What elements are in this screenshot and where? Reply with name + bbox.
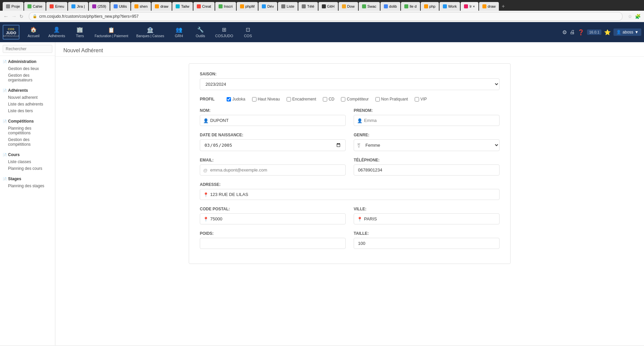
star-icon[interactable]: ⭐ (604, 29, 611, 36)
tab-creat[interactable]: Creat (193, 2, 215, 11)
sidebar-link-liste-tiers[interactable]: Liste des tiers (3, 108, 52, 114)
tab-dev[interactable]: Dév (258, 2, 277, 11)
checkbox-competiteur-input[interactable] (341, 97, 345, 101)
sidebar-link-nouvel-adherent[interactable]: Nouvel adherent (3, 94, 52, 101)
tab-tele[interactable]: Télé (298, 2, 317, 11)
sidebar-link-planning-stages[interactable]: Planning des stages (3, 183, 52, 189)
tab-inscri[interactable]: Inscri (215, 2, 236, 11)
stages-section-label: Stages (8, 177, 21, 181)
checkbox-non-pratiquant[interactable]: Non Pratiquant (375, 97, 408, 101)
checkbox-non-pratiquant-input[interactable] (375, 97, 380, 101)
bookmark-icon[interactable]: ☆ (628, 14, 632, 19)
checkbox-judoka-input[interactable] (227, 97, 231, 101)
dob-field: DATE DE NAISSANCE: (200, 133, 346, 151)
user-menu-button[interactable]: 👤 aboss ▼ (613, 28, 641, 36)
nav-grh[interactable]: 👥 GRH (169, 24, 189, 40)
poids-input[interactable] (200, 238, 346, 249)
nav-cosjudo[interactable]: ⊞ COSJUDO (212, 24, 237, 40)
nav-cos[interactable]: ⊡ COS (238, 24, 258, 40)
sidebar-link-planning-competitions[interactable]: Planning des compétitions (3, 125, 52, 136)
checkbox-encadrement[interactable]: Encadrement (287, 97, 316, 101)
cp-ville-row: CODE POSTAL: 📍 VILLE: 📍 (200, 207, 500, 224)
checkbox-haut-niveau-input[interactable] (252, 97, 256, 101)
extension-icon[interactable]: 🧩 (635, 14, 641, 19)
tab-github[interactable]: GitH (318, 2, 338, 11)
tab-cahie[interactable]: Cahie (24, 2, 46, 11)
tab-jira[interactable]: Jira | (68, 2, 88, 11)
tab-draw1[interactable]: draw (152, 2, 172, 11)
tab-phpm[interactable]: phpM (237, 2, 258, 11)
tab-liste[interactable]: Liste (278, 2, 298, 11)
sidebar-link-gestion-competitions[interactable]: Gestion des compétitions (3, 136, 52, 148)
tab-ile[interactable]: Ile d (401, 2, 420, 11)
saison-label: SAISON: (200, 72, 500, 76)
settings-icon[interactable]: ⚙ (562, 29, 567, 36)
nav-adherents[interactable]: 👤 Adhérents (45, 24, 68, 40)
nom-input[interactable] (200, 115, 346, 126)
nav-banques[interactable]: 🏦 Banques | Caisses (133, 25, 168, 40)
genre-select[interactable]: Femme Homme Autre (354, 139, 500, 151)
adresse-field: ADRESSE: 📍 (200, 182, 500, 200)
tab-php[interactable]: php (421, 2, 439, 11)
nom-label: NOM: (200, 108, 346, 113)
nav-outils[interactable]: 🔧 Outils (190, 24, 211, 40)
email-input[interactable] (200, 164, 346, 176)
ville-input[interactable] (354, 213, 500, 224)
prenom-label: PRENOM: (354, 108, 500, 113)
code-postal-input[interactable] (200, 213, 346, 224)
checkbox-competiteur[interactable]: Compétiteur (341, 97, 368, 101)
tab-swac[interactable]: Swac (359, 2, 380, 11)
checkbox-judoka[interactable]: Judoka (227, 97, 245, 101)
checkbox-encadrement-input[interactable] (287, 97, 291, 101)
print-icon[interactable]: 🖨 (570, 29, 575, 35)
sidebar-link-liste-classes[interactable]: Liste classes (3, 158, 52, 165)
adresse-input[interactable] (200, 189, 500, 200)
sidebar-section-stages: 📄 Stages Planning des stages (0, 173, 55, 191)
url-bar[interactable]: 🔒 crm.cosjudo.fr/custom/cos/php/tiers_ne… (29, 12, 623, 21)
dob-input[interactable] (200, 139, 346, 151)
checkbox-haut-niveau-label: Haut Niveau (258, 97, 280, 101)
prenom-input[interactable] (354, 115, 500, 126)
sidebar-link-planning-cours[interactable]: Planning des cours (3, 165, 52, 172)
tab-shen[interactable]: shen (131, 2, 151, 11)
sidebar-link-liste-adherents[interactable]: Liste des adhérents (3, 101, 52, 108)
checkbox-haut-niveau[interactable]: Haut Niveau (252, 97, 280, 101)
checkbox-vip-input[interactable] (415, 97, 419, 101)
sidebar-section-cours: 📄 Cours Liste classes Planning des cours (0, 149, 55, 173)
tab-utilis[interactable]: Utilis (110, 2, 130, 11)
location-icon-cp: 📍 (203, 216, 209, 221)
forward-button[interactable]: → (11, 13, 17, 19)
tab-dow[interactable]: Dow (339, 2, 358, 11)
nav-tiers-label: Tiers (76, 34, 84, 38)
nav-accueil[interactable]: 🏠 Accueil (23, 24, 44, 40)
help-icon[interactable]: ❓ (578, 29, 584, 36)
checkbox-vip[interactable]: VIP (415, 97, 427, 101)
tab-proje[interactable]: Proje (3, 2, 23, 11)
new-tab-button[interactable]: + (500, 2, 507, 11)
back-button[interactable]: ← (3, 13, 9, 19)
reload-button[interactable]: ↻ (19, 14, 23, 19)
checkbox-encadrement-label: Encadrement (292, 97, 316, 101)
search-input[interactable] (3, 45, 52, 53)
tab-259[interactable]: (259) (89, 2, 110, 11)
url-text: crm.cosjudo.fr/custom/cos/php/tiers_new.… (39, 14, 138, 19)
telephone-input[interactable] (354, 164, 500, 176)
nav-facturation[interactable]: 📋 Facturation | Paiement (91, 25, 131, 40)
tab-work[interactable]: Work (440, 2, 460, 11)
sidebar-link-gestion-organisateurs[interactable]: Gestion des organisateurs (3, 72, 52, 83)
app-logo[interactable]: COS JUDO ARTROUVILLE (3, 25, 19, 40)
checkbox-competiteur-label: Compétiteur (347, 97, 368, 101)
checkbox-cd-input[interactable] (323, 97, 327, 101)
tab-dolib[interactable]: dolib (380, 2, 400, 11)
checkbox-cd[interactable]: CD (323, 97, 334, 101)
tab-draw2[interactable]: draw (479, 2, 499, 11)
taille-input[interactable] (354, 238, 500, 249)
tab-erreu[interactable]: Erreu (46, 2, 67, 11)
tab-tailw[interactable]: Tailw (172, 2, 192, 11)
sidebar-link-gestion-lieux[interactable]: Gestion des lieux (3, 65, 52, 72)
nav-tiers[interactable]: 🏢 Tiers (70, 24, 90, 40)
tab-ir-active[interactable]: Ir × (461, 2, 478, 11)
ville-label: VILLE: (354, 207, 500, 211)
saison-select[interactable]: 2023/2024 2022/2023 2021/2022 (200, 78, 500, 90)
dob-label: DATE DE NAISSANCE: (200, 133, 346, 137)
